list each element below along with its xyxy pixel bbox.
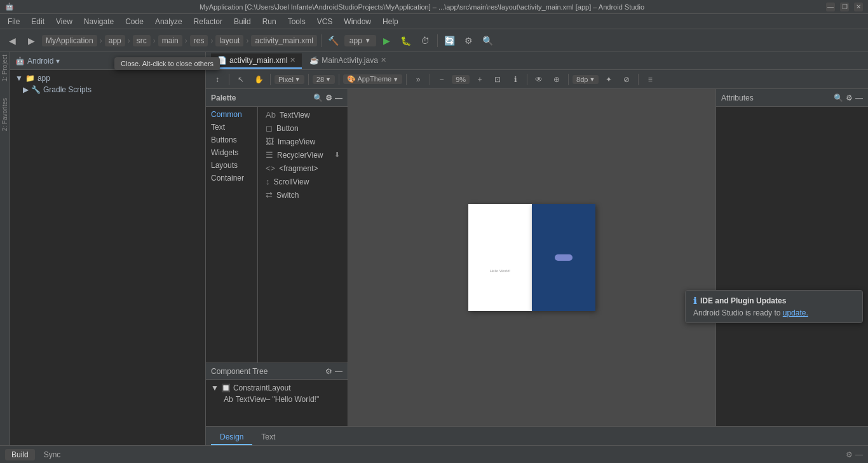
fragment-label: <fragment> [279,164,318,173]
back-button[interactable]: ◀ [4,32,20,49]
comp-tree-minimize-icon[interactable]: — [335,367,342,376]
profile-button[interactable]: ⏱ [417,32,433,49]
category-widgets[interactable]: Widgets [206,146,257,159]
attrs-settings-icon[interactable]: ⚙ [846,93,853,102]
cursor-btn[interactable]: ↖ [233,72,248,87]
menu-refactor[interactable]: Refactor [189,16,227,27]
make-button[interactable]: 🔨 [325,32,342,49]
pan-btn[interactable]: ✋ [251,72,266,87]
palette-search-icon[interactable]: 🔍 [313,93,323,102]
project-panel-tab[interactable]: 1: Project [1,55,8,81]
center-layout: 📄 activity_main.xml ✕ ☕ MainActivity.jav… [206,52,868,445]
build-settings-icon[interactable]: ⚙ [846,450,853,459]
zoom-out-btn[interactable]: − [434,72,449,87]
close-button[interactable]: ✕ [854,3,863,11]
palette-minimize-icon[interactable]: — [335,93,342,102]
menu-help[interactable]: Help [377,16,403,27]
palette-item-imageview[interactable]: 🖼 ImageView [258,135,348,148]
category-text[interactable]: Text [206,121,257,134]
comp-item-constraintlayout[interactable]: ▼ 🔲 ConstraintLayout [211,382,342,394]
menu-file[interactable]: File [3,16,25,27]
fit-btn[interactable]: ⊡ [490,72,505,87]
tab-text[interactable]: Text [252,430,284,445]
component-tree-title: Component Tree [211,367,268,376]
run-button[interactable]: ▶ [379,32,395,49]
phone-hello-text: Hello World! [490,269,511,273]
design-area[interactable]: Hello World! [348,89,715,426]
breadcrumb-sep6: › [246,36,248,45]
menu-tools[interactable]: Tools [283,16,311,27]
recyclerview-label: RecyclerView [277,151,323,160]
tab-main-activity[interactable]: ☕ MainActivity.java ✕ [303,53,392,69]
search-button[interactable]: 🔍 [480,32,496,49]
attrs-search-icon[interactable]: 🔍 [834,93,843,102]
category-common[interactable]: Common [206,108,257,121]
minimize-button[interactable]: — [826,3,835,11]
palette-item-switch[interactable]: ⇄ Switch [258,188,348,202]
notif-update-link[interactable]: update. [783,308,808,317]
zoom-in-btn[interactable]: + [472,72,487,87]
palette-item-scrollview[interactable]: ↕ ScrollView [258,175,348,188]
more-options-btn[interactable]: » [410,72,426,87]
comp-item-textview[interactable]: Ab TextView– "Hello World!" [211,394,342,405]
theme-selector[interactable]: 🎨 AppTheme ▼ [343,74,402,84]
build-close-icon[interactable]: — [855,450,863,459]
constraint-label: ConstraintLayout [233,384,291,392]
sep1 [321,34,322,47]
maximize-button[interactable]: ❐ [840,3,849,11]
menu-view[interactable]: View [51,16,78,27]
sync-button[interactable]: 🔄 [442,32,458,49]
button-icon: ◻ [266,123,273,133]
category-container[interactable]: Container [206,172,257,184]
menu-edit[interactable]: Edit [26,16,50,27]
menu-navigate[interactable]: Navigate [79,16,119,27]
debug-button[interactable]: 🐛 [398,32,414,49]
magnet-btn[interactable]: ✦ [601,72,616,87]
dp-selector[interactable]: 8dp ▼ [573,75,599,84]
info-btn[interactable]: ℹ [508,72,523,87]
palette-item-fragment[interactable]: <> <fragment> [258,162,348,175]
device-selector[interactable]: Pixel ▼ [275,75,304,84]
text-align-btn[interactable]: ≡ [642,72,658,87]
settings-button[interactable]: ⚙ [461,32,477,49]
forward-button[interactable]: ▶ [23,32,39,49]
category-layouts[interactable]: Layouts [206,159,257,172]
attrs-minimize-icon[interactable]: — [855,93,863,102]
palette-settings-icon[interactable]: ⚙ [325,93,332,102]
palette-item-textview[interactable]: Ab TextView [258,108,348,121]
menu-code[interactable]: Code [120,16,149,27]
eye-btn[interactable]: 👁 [531,72,546,87]
design-text-tabs: Design Text [206,426,868,445]
menu-vcs[interactable]: VCS [312,16,338,27]
palette-item-button[interactable]: ◻ Button [258,121,348,135]
dtb-sep4 [339,74,339,85]
menu-run[interactable]: Run [257,16,281,27]
file-breadcrumb: activity_main.xml [251,35,316,46]
android-dropdown[interactable]: Android ▾ [27,57,60,66]
tree-item-gradle[interactable]: ▶ 🔧 Gradle Scripts [13,84,203,95]
category-buttons[interactable]: Buttons [206,134,257,146]
palette-item-recyclerview[interactable]: ☰ RecyclerView ⬇ [258,148,348,162]
menu-window[interactable]: Window [339,16,376,27]
blueprint-btn[interactable]: ⊕ [549,72,564,87]
api-selector[interactable]: 28 ▼ [313,75,335,84]
clear-constraints-btn[interactable]: ⊘ [619,72,634,87]
attributes-header-actions: 🔍 ⚙ — [834,93,863,102]
menu-build[interactable]: Build [229,16,256,27]
comp-tree-settings-icon[interactable]: ⚙ [325,367,332,376]
tree-item-app[interactable]: ▼ 📁 app [13,73,203,84]
orientation-btn[interactable]: ↕ [210,72,225,87]
tab-close-activity-main[interactable]: ✕ [290,56,295,64]
notif-title: ℹ IDE and Plugin Updates [693,296,855,306]
phone-frame-light: Hello World! [468,204,532,311]
tab-label-main-activity: MainActivity.java [322,56,377,65]
app-selector[interactable]: app ▼ [344,35,376,46]
menu-analyze[interactable]: Analyze [150,16,187,27]
imageview-icon: 🖼 [266,137,274,146]
tab-design[interactable]: Design [211,430,252,445]
tab-sync[interactable]: Sync [37,449,67,460]
tab-build[interactable]: Build [5,449,35,460]
tab-activity-main[interactable]: 📄 activity_main.xml ✕ [211,53,302,69]
favorites-panel-tab[interactable]: 2: Favorites [1,98,8,131]
tab-close-main-activity[interactable]: ✕ [381,56,386,64]
